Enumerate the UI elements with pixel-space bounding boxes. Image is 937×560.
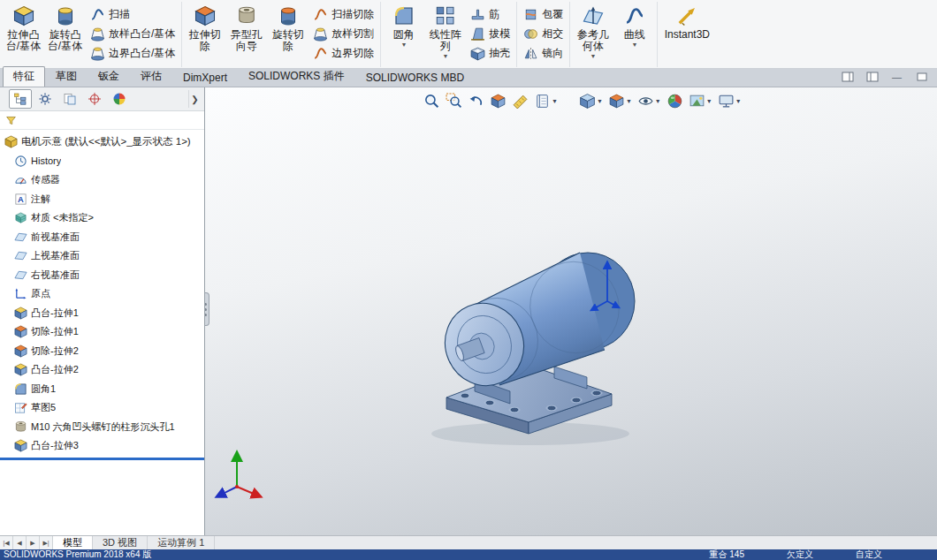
dropdown-caret-icon[interactable]: ▼	[626, 98, 632, 104]
tab-3d-views[interactable]: 3D 视图	[93, 536, 148, 549]
tree-item-fillet1[interactable]: 圆角1	[0, 380, 204, 399]
shell-button[interactable]: 抽壳	[466, 43, 514, 63]
scroll-first-tab-button[interactable]: |◀	[0, 536, 13, 549]
dropdown-caret-icon[interactable]: ▼	[590, 53, 596, 59]
tab-solidworks-addins[interactable]: SOLIDWORKS 插件	[238, 66, 355, 87]
tree-item-cut-extrude1[interactable]: 切除-拉伸1	[0, 322, 204, 342]
motor-model[interactable]	[205, 87, 937, 535]
revolved-boss-button[interactable]: 旋转凸台/基体	[44, 2, 86, 53]
displaymanager-tab[interactable]	[108, 89, 131, 109]
feature-filter-input[interactable]	[21, 114, 199, 127]
scroll-next-tab-button[interactable]: ▶	[27, 536, 40, 549]
tab-solidworks-mbd[interactable]: SOLIDWORKS MBD	[355, 69, 475, 87]
tree-item-boss-extrude1[interactable]: 凸台-拉伸1	[0, 304, 204, 323]
tree-item-annotations[interactable]: 注解	[0, 190, 204, 209]
tree-item-front-plane[interactable]: 前视基准面	[0, 228, 204, 247]
tree-item-sketch5[interactable]: 草图5	[0, 398, 204, 418]
tree-item-top-plane[interactable]: 上视基准面	[0, 246, 204, 266]
mirror-icon	[523, 46, 538, 61]
fillet-icon	[392, 4, 415, 27]
boundary-boss-icon	[90, 46, 105, 61]
reference-geometry-button[interactable]: 参考几何体 ▼	[572, 2, 613, 60]
button-label: 旋转切除	[268, 29, 308, 52]
dropdown-caret-icon[interactable]: ▼	[597, 98, 603, 104]
instant3d-button[interactable]: Instant3D	[659, 2, 714, 42]
lofted-cut-icon	[313, 26, 328, 42]
rib-button[interactable]: 筋	[466, 4, 514, 24]
mass-properties-button[interactable]: ▼	[533, 92, 559, 110]
draft-button[interactable]: 拔模	[466, 24, 514, 43]
zoom-to-area-button[interactable]	[445, 92, 463, 110]
dimxpertmanager-tab[interactable]	[83, 89, 106, 109]
tree-item-sensors[interactable]: 传感器	[0, 170, 204, 190]
shell-icon	[470, 46, 485, 61]
wrap-button[interactable]: 包覆	[519, 4, 568, 24]
dropdown-caret-icon[interactable]: ▼	[400, 42, 407, 48]
tree-item-history[interactable]: History	[0, 152, 204, 171]
tab-sheet-metal[interactable]: 钣金	[88, 66, 130, 87]
previous-view-button[interactable]	[467, 92, 485, 110]
scroll-prev-tab-button[interactable]: ◀	[13, 536, 27, 549]
tab-model[interactable]: 模型	[53, 536, 93, 549]
mirror-button[interactable]: 镜向	[519, 43, 568, 63]
boundary-boss-button[interactable]: 边界凸台/基体	[86, 43, 179, 63]
lofted-cut-button[interactable]: 放样切割	[309, 24, 378, 43]
measure-button[interactable]	[511, 92, 529, 110]
extruded-boss-button[interactable]: 拉伸凸台/基体	[3, 2, 44, 53]
apply-scene-button[interactable]: ▼	[688, 92, 713, 110]
tab-sketch[interactable]: 草图	[45, 66, 88, 87]
tree-item-right-plane[interactable]: 右视基准面	[0, 266, 204, 285]
intersect-button[interactable]: 相交	[519, 24, 568, 43]
tree-item-origin[interactable]: 原点	[0, 284, 204, 304]
scroll-last-tab-button[interactable]: ▶|	[40, 536, 53, 549]
dropdown-caret-icon[interactable]: ▼	[735, 98, 742, 104]
tab-features[interactable]: 特征	[3, 66, 45, 87]
extruded-cut-button[interactable]: 拉伸切除	[184, 2, 225, 53]
minimize-icon[interactable]: —	[890, 72, 903, 82]
dropdown-caret-icon[interactable]: ▼	[706, 98, 712, 104]
hide-show-items-button[interactable]: ▼	[636, 92, 662, 110]
dropdown-caret-icon[interactable]: ▼	[552, 98, 558, 104]
pane-split-left-icon[interactable]	[841, 72, 854, 82]
dropdown-caret-icon[interactable]: ▼	[655, 98, 661, 104]
section-view-button[interactable]	[489, 92, 507, 110]
pane-restore-icon[interactable]	[915, 72, 928, 82]
display-style-button[interactable]: ▼	[607, 92, 633, 110]
view-settings-button[interactable]: ▼	[717, 92, 743, 110]
swept-cut-button[interactable]: 扫描切除	[309, 4, 378, 24]
tab-evaluate[interactable]: 评估	[130, 66, 172, 87]
tree-item-cut-extrude2[interactable]: 切除-拉伸2	[0, 342, 204, 361]
lofted-boss-button[interactable]: 放样凸台/基体	[86, 24, 179, 43]
tree-root-part[interactable]: 电机示意 (默认<<默认>_显示状态 1>)	[0, 132, 204, 152]
view-orientation-button[interactable]: ▼	[578, 92, 604, 110]
instant3d-icon	[675, 4, 698, 27]
pane-split-right-icon[interactable]	[865, 72, 879, 82]
revolved-cut-button[interactable]: 旋转切除	[267, 2, 309, 53]
status-customize-menu[interactable]: 自定义	[856, 549, 882, 560]
panel-splitter-grip[interactable]	[205, 292, 209, 326]
boundary-cut-button[interactable]: 边界切除	[309, 43, 378, 63]
tree-item-material[interactable]: 材质 <未指定>	[0, 208, 204, 228]
configurationmanager-tab[interactable]	[58, 89, 81, 109]
curves-button[interactable]: 曲线 ▼	[613, 2, 655, 49]
tree-item-boss-extrude2[interactable]: 凸台-拉伸2	[0, 360, 204, 380]
part-icon	[4, 135, 18, 148]
rollback-bar[interactable]	[0, 458, 204, 460]
featuremanager-tree-tab[interactable]	[9, 89, 32, 109]
graphics-viewport[interactable]: ▼ ▼ ▼ ▼ ▼ ▼	[205, 87, 937, 535]
propertymanager-tab[interactable]	[34, 89, 57, 109]
zoom-to-fit-button[interactable]	[423, 92, 441, 110]
tab-motion-study-1[interactable]: 运动算例 1	[148, 536, 215, 549]
tree-item-cbore-hole[interactable]: M10 六角凹头螺钉的柱形沉头孔1	[0, 418, 204, 437]
hole-wizard-button[interactable]: 异型孔向导	[225, 2, 267, 53]
edit-appearance-button[interactable]	[666, 92, 684, 110]
panel-flyout-chevron[interactable]: ❯	[188, 90, 201, 108]
dropdown-caret-icon[interactable]: ▼	[442, 53, 448, 59]
sweep-button[interactable]: 扫描	[86, 4, 179, 24]
tab-dimxpert[interactable]: DimXpert	[172, 69, 238, 87]
cut-extrude-icon	[14, 344, 27, 358]
tree-item-boss-extrude3[interactable]: 凸台-拉伸3	[0, 436, 204, 456]
linear-pattern-button[interactable]: 线性阵列 ▼	[424, 2, 466, 60]
fillet-button[interactable]: 圆角 ▼	[383, 2, 424, 49]
dropdown-caret-icon[interactable]: ▼	[631, 42, 637, 48]
